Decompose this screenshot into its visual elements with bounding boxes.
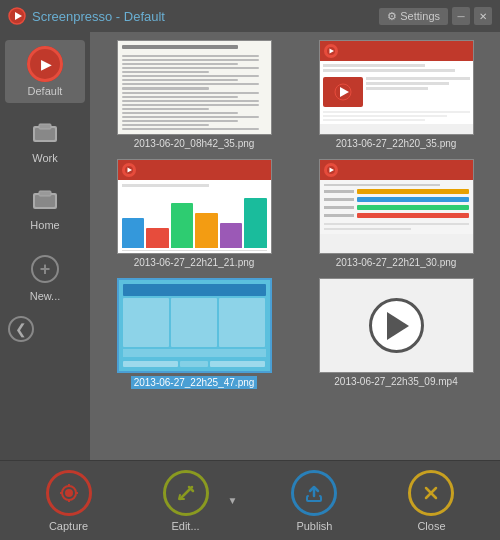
publish-button[interactable]: Publish bbox=[274, 470, 354, 532]
app-title: Screenpresso - Default bbox=[32, 9, 165, 24]
thumbnail-item[interactable]: 2013-06-27_22h21_30.png bbox=[300, 159, 492, 268]
thumbnail-item[interactable]: 2013-06-27_22h25_47.png bbox=[98, 278, 290, 389]
sidebar-item-work[interactable]: Work bbox=[5, 107, 85, 170]
edit-button[interactable]: Edit... bbox=[146, 470, 226, 532]
sidebar-label-work: Work bbox=[32, 152, 57, 164]
capture-icon bbox=[46, 470, 92, 516]
thumbnail-label: 2013-06-27_22h20_35.png bbox=[336, 138, 457, 149]
thumbnail-item[interactable]: 2013-06-27_22h20_35.png bbox=[300, 40, 492, 149]
sidebar-label-new: New... bbox=[30, 290, 61, 302]
default-icon bbox=[27, 46, 63, 82]
thumbnail-image bbox=[319, 159, 474, 254]
gear-icon: ⚙ bbox=[387, 10, 397, 23]
capture-button[interactable]: Capture bbox=[29, 470, 109, 532]
sidebar-item-home[interactable]: Home bbox=[5, 174, 85, 237]
minimize-button[interactable]: ─ bbox=[452, 7, 470, 25]
thumbnail-label: 2013-06-27_22h35_09.mp4 bbox=[334, 376, 457, 387]
close-button[interactable]: Close bbox=[391, 470, 471, 532]
title-bar-left: Screenpresso - Default bbox=[8, 7, 165, 25]
sidebar-label-home: Home bbox=[30, 219, 59, 231]
edit-icon bbox=[163, 470, 209, 516]
settings-button[interactable]: ⚙ Settings bbox=[379, 8, 448, 25]
thumbnail-label: 2013-06-27_22h25_47.png bbox=[131, 376, 258, 389]
edit-group: Edit... ▼ bbox=[146, 470, 238, 532]
edit-label: Edit... bbox=[171, 520, 199, 532]
svg-line-25 bbox=[179, 495, 180, 499]
thumbnail-image bbox=[117, 40, 272, 135]
thumbnail-image bbox=[117, 278, 272, 373]
main-layout: Default Work Home bbox=[0, 32, 500, 460]
thumbnail-label: 2013-06-20_08h42_35.png bbox=[134, 138, 255, 149]
video-play-icon bbox=[369, 298, 424, 353]
app-icon bbox=[8, 7, 26, 25]
thumbnail-grid: 2013-06-20_08h42_35.png bbox=[98, 40, 492, 389]
thumbnail-item[interactable]: 2013-06-27_22h21_21.png bbox=[98, 159, 290, 268]
title-bar: Screenpresso - Default ⚙ Settings ─ ✕ bbox=[0, 0, 500, 32]
svg-rect-4 bbox=[39, 124, 51, 129]
thumbnail-label: 2013-06-27_22h21_21.png bbox=[134, 257, 255, 268]
sidebar-label-default: Default bbox=[28, 85, 63, 97]
new-plus-icon: + bbox=[27, 251, 63, 287]
svg-rect-3 bbox=[35, 128, 55, 140]
nav-back-arrow[interactable]: ❮ bbox=[8, 316, 34, 342]
close-label: Close bbox=[417, 520, 445, 532]
title-bar-right: ⚙ Settings ─ ✕ bbox=[379, 7, 492, 25]
sidebar-item-default[interactable]: Default bbox=[5, 40, 85, 103]
svg-rect-6 bbox=[35, 195, 55, 207]
svg-rect-7 bbox=[39, 191, 51, 196]
thumbnail-item[interactable]: 2013-06-27_22h35_09.mp4 bbox=[300, 278, 492, 389]
svg-point-17 bbox=[65, 489, 73, 497]
thumbnail-item[interactable]: 2013-06-20_08h42_35.png bbox=[98, 40, 290, 149]
thumbnail-label: 2013-06-27_22h21_30.png bbox=[336, 257, 457, 268]
content-area: 2013-06-20_08h42_35.png bbox=[90, 32, 500, 460]
bottom-toolbar: Capture Edit... ▼ Publish bbox=[0, 460, 500, 540]
sidebar-item-new[interactable]: + New... bbox=[5, 245, 85, 308]
thumbnail-image bbox=[319, 40, 474, 135]
sidebar: Default Work Home bbox=[0, 32, 90, 460]
work-icon bbox=[27, 113, 63, 149]
publish-label: Publish bbox=[296, 520, 332, 532]
edit-dropdown-arrow[interactable]: ▼ bbox=[228, 495, 238, 506]
publish-icon bbox=[291, 470, 337, 516]
window-close-button[interactable]: ✕ bbox=[474, 7, 492, 25]
home-icon bbox=[27, 180, 63, 216]
thumbnail-image bbox=[319, 278, 474, 373]
close-icon bbox=[408, 470, 454, 516]
thumbnail-image bbox=[117, 159, 272, 254]
capture-label: Capture bbox=[49, 520, 88, 532]
